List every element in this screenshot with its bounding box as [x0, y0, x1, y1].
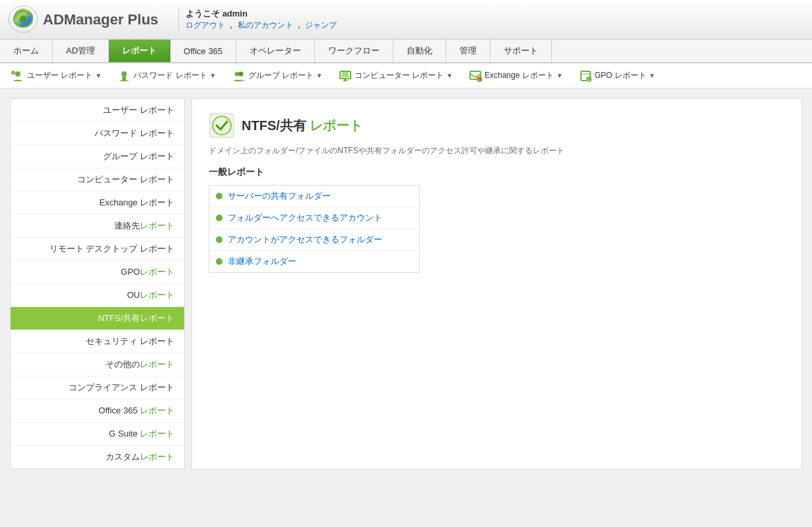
account-link[interactable]: 私のアカウント: [238, 20, 293, 30]
report-item-3[interactable]: 非継承フォルダー: [209, 251, 419, 272]
gpo-report-icon: G: [579, 69, 592, 83]
logo-text: ADManager Plus: [43, 11, 158, 28]
bullet-0: [216, 193, 222, 199]
svg-point-2: [20, 16, 26, 22]
bullet-3: [216, 258, 222, 265]
main-content: ユーザー レポート パスワード レポート グループ レポート コンピューター レ…: [0, 88, 812, 479]
sidebar-item-gsuite-reports[interactable]: G Suite レポート: [11, 423, 184, 446]
group-report-icon: [232, 69, 246, 83]
subnav-gpo-reports[interactable]: G GPO レポート ▼: [571, 63, 663, 88]
nav-item-operator[interactable]: オペレーター: [236, 40, 315, 62]
ntfs-report-icon: [209, 112, 235, 139]
report-link-2[interactable]: アカウントがアクセスできるフォルダー: [228, 234, 382, 246]
svg-point-8: [238, 71, 243, 76]
report-link-1[interactable]: フォルダーへアクセスできるアカウント: [228, 212, 382, 224]
svg-rect-10: [342, 72, 349, 77]
subnav-group-reports[interactable]: グループ レポート ▼: [224, 63, 331, 88]
sidebar-item-computer-reports[interactable]: コンピューター レポート: [11, 168, 184, 192]
report-list: サーバーの共有フォルダー フォルダーへアクセスできるアカウント アカウントがアク…: [209, 185, 420, 273]
sidebar-item-user-reports[interactable]: ユーザー レポート: [11, 99, 184, 122]
nav-item-workflow[interactable]: ワークフロー: [315, 40, 393, 62]
nav-item-support[interactable]: サポート: [491, 40, 552, 62]
sidebar-item-password-reports[interactable]: パスワード レポート: [11, 122, 184, 145]
nav-item-home[interactable]: ホーム: [0, 40, 53, 62]
nav-item-admin[interactable]: 管理: [446, 40, 491, 62]
svg-point-3: [15, 71, 20, 77]
svg-rect-11: [344, 79, 347, 81]
sidebar-item-ou-reports[interactable]: OUレポート: [11, 284, 184, 307]
nav-item-ad[interactable]: AD管理: [53, 40, 109, 62]
sidebar-item-security-reports[interactable]: セキュリティ レポート: [11, 330, 184, 353]
page-header: NTFS/共有 レポート: [209, 112, 785, 139]
logo-area: ADManager Plus: [7, 5, 178, 34]
subnav-group-arrow: ▼: [316, 72, 323, 79]
sidebar-item-exchange-reports[interactable]: Exchange レポート: [11, 192, 184, 215]
subnav-user-reports[interactable]: ユーザー レポート ▼: [3, 63, 110, 88]
header: ADManager Plus ようこそ admin ログアウト ， 私のアカウン…: [0, 0, 812, 40]
sidebar-item-office365-reports[interactable]: Office 365 レポート: [11, 400, 184, 423]
report-item-0[interactable]: サーバーの共有フォルダー: [209, 186, 419, 207]
subnav-exchange-arrow: ▼: [557, 72, 563, 79]
main-panel: NTFS/共有 レポート ドメイン上のフォルダー/ファイルのNTFSや共有フォル…: [191, 98, 802, 470]
sidebar-item-other-reports[interactable]: その他のレポート: [11, 353, 184, 376]
svg-text:G: G: [587, 78, 590, 82]
bullet-1: [216, 215, 222, 221]
report-link-0[interactable]: サーバーの共有フォルダー: [228, 190, 331, 202]
logout-link[interactable]: ログアウト: [186, 20, 225, 30]
svg-point-7: [234, 71, 239, 76]
svg-text:E: E: [477, 78, 480, 82]
page-title: NTFS/共有 レポート: [242, 117, 362, 135]
sub-nav: ユーザー レポート ▼ パスワード レポート ▼ グループ レポート ▼ コンピ…: [0, 63, 812, 88]
subnav-exchange-reports[interactable]: E Exchange レポート ▼: [461, 63, 571, 88]
bullet-2: [216, 236, 222, 243]
sidebar-item-group-reports[interactable]: グループ レポート: [11, 145, 184, 168]
sidebar-item-gpo-reports[interactable]: GPOレポート: [11, 261, 184, 284]
svg-point-21: [213, 116, 231, 135]
user-info: ようこそ admin ログアウト ， 私のアカウント ， ジャンプ: [178, 8, 337, 31]
page-description: ドメイン上のフォルダー/ファイルのNTFSや共有フォルダーのアクセス許可や継承に…: [209, 145, 785, 157]
nav-item-automation[interactable]: 自動化: [393, 40, 446, 62]
nav-item-office365[interactable]: Office 365: [170, 40, 236, 62]
exchange-report-icon: E: [469, 69, 482, 83]
svg-rect-12: [343, 81, 348, 81]
sidebar: ユーザー レポート パスワード レポート グループ レポート コンピューター レ…: [10, 98, 185, 470]
jump-link[interactable]: ジャンプ: [305, 20, 337, 30]
subnav-gpo-arrow: ▼: [649, 72, 656, 79]
svg-point-4: [11, 71, 15, 75]
subnav-password-reports[interactable]: パスワード レポート ▼: [110, 63, 224, 88]
welcome-text: ようこそ admin: [186, 8, 337, 20]
sidebar-item-remote-reports[interactable]: リモート デスクトップ レポート: [11, 238, 184, 261]
subnav-computer-arrow: ▼: [446, 72, 453, 79]
user-report-icon: [11, 69, 24, 83]
password-report-icon: [118, 69, 131, 83]
subnav-password-arrow: ▼: [210, 72, 217, 79]
section-title: 一般レポート: [209, 166, 785, 178]
sidebar-item-ntfs-reports[interactable]: NTFS/共有レポート: [11, 307, 184, 330]
sidebar-item-compliance-reports[interactable]: コンプライアンス レポート: [11, 376, 184, 400]
svg-rect-6: [122, 77, 126, 80]
subnav-computer-reports[interactable]: コンピューター レポート ▼: [331, 63, 461, 88]
nav-bar: ホーム AD管理 レポート Office 365 オペレーター ワークフロー 自…: [0, 40, 812, 63]
subnav-user-arrow: ▼: [95, 72, 102, 79]
nav-item-reports[interactable]: レポート: [109, 40, 170, 62]
sidebar-item-custom-reports[interactable]: カスタムレポート: [11, 446, 184, 469]
report-item-1[interactable]: フォルダーへアクセスできるアカウント: [209, 207, 419, 229]
report-link-3[interactable]: 非継承フォルダー: [228, 256, 296, 267]
sidebar-item-contact-reports[interactable]: 連絡先レポート: [11, 215, 184, 238]
computer-report-icon: [339, 69, 352, 83]
svg-point-5: [121, 71, 127, 77]
header-links[interactable]: ログアウト ， 私のアカウント ， ジャンプ: [186, 20, 337, 31]
report-item-2[interactable]: アカウントがアクセスできるフォルダー: [209, 229, 419, 251]
logo-icon: [7, 5, 40, 34]
